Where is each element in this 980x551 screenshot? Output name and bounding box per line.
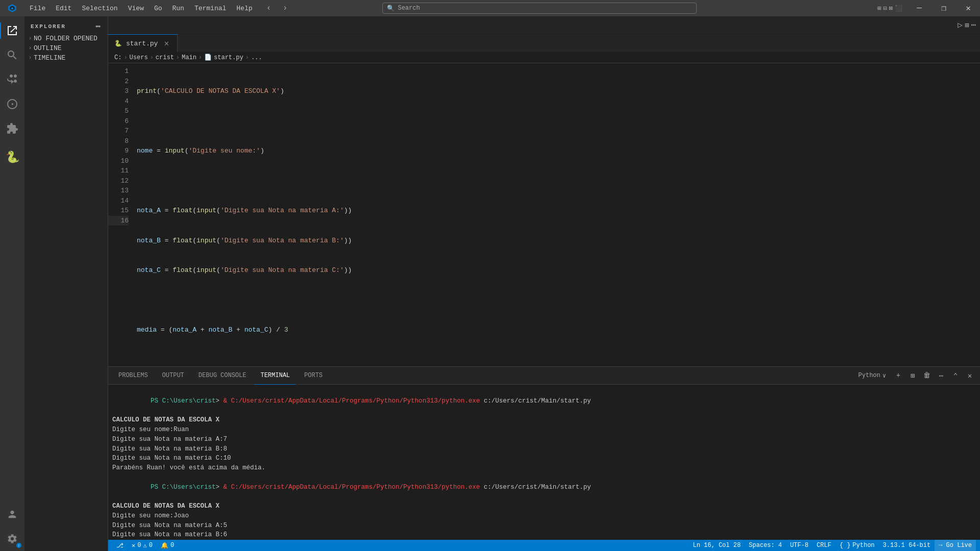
branch-icon: ⎇ [116, 542, 124, 549]
back-button[interactable]: ‹ [262, 1, 276, 15]
breadcrumb-c[interactable]: C: [114, 54, 121, 61]
tab-output[interactable]: OUTPUT [156, 367, 190, 385]
sidebar-outline[interactable]: › OUTLINE [24, 43, 108, 53]
layout-icon-3[interactable]: ⊠ [889, 5, 893, 12]
warning-icon: ⚠ [143, 542, 146, 549]
terminal-line: Digite sua Nota na materia B:8 [112, 444, 976, 454]
source-control-icon[interactable] [0, 67, 24, 92]
menu-edit[interactable]: Edit [51, 0, 77, 16]
status-branch[interactable]: ⎇ [112, 540, 128, 551]
status-python-version[interactable]: 3.13.1 64-bit [879, 540, 935, 551]
extensions-icon[interactable] [0, 116, 24, 141]
sidebar-more-icon[interactable]: ⋯ [95, 21, 102, 32]
add-terminal-button[interactable]: + [892, 369, 904, 382]
code-editor[interactable]: 12345 678910 1112131415 16 print('CALCUL… [108, 63, 980, 366]
tab-start-py[interactable]: 🐍 start.py ✕ [108, 34, 178, 52]
sidebar-no-folder[interactable]: › NO FOLDER OPENED [24, 34, 108, 43]
menu-bar: File Edit Selection View Go Run Terminal… [24, 0, 258, 16]
terminal-line: Digite sua Nota na materia A:5 [112, 521, 976, 531]
search-activity-icon[interactable] [0, 43, 24, 67]
status-language[interactable]: { } Python [836, 540, 879, 551]
terminal-line: PS C:\Users\crist> & C:/Users/crist/AppD… [112, 387, 976, 415]
sidebar-timeline[interactable]: › TIMELINE [24, 53, 108, 63]
breadcrumb-sep: › [246, 54, 249, 61]
menu-file[interactable]: File [24, 0, 51, 16]
more-actions-icon[interactable]: ⋯ [971, 20, 976, 30]
code-content[interactable]: print('CALCULO DE NOTAS DA ESCOLA X') no… [133, 63, 980, 366]
code-line-6: nota_B = float(input('Digite sua Nota na… [133, 236, 980, 246]
split-terminal-button[interactable]: ⊞ [906, 369, 919, 382]
forward-button[interactable]: › [278, 1, 292, 15]
code-line-5: nota_A = float(input('Digite sua Nota na… [133, 206, 980, 216]
menu-selection[interactable]: Selection [77, 0, 122, 16]
code-line-4 [133, 176, 980, 186]
tab-terminal[interactable]: TERMINAL [254, 367, 296, 385]
error-count: 0 [137, 542, 141, 549]
more-panel-icon[interactable]: ⋯ [935, 369, 947, 382]
notification-count: 0 [170, 542, 174, 549]
breadcrumb-users[interactable]: Users [130, 54, 148, 61]
menu-help[interactable]: Help [231, 0, 257, 16]
status-errors[interactable]: ✕ 0 ⚠ 0 [128, 540, 157, 551]
layout-icon-1[interactable]: ⊞ [877, 5, 881, 12]
panel-tabs: PROBLEMS OUTPUT DEBUG CONSOLE TERMINAL P… [108, 367, 980, 385]
status-go-live[interactable]: → Go Live [935, 540, 976, 551]
tab-ports[interactable]: PORTS [298, 367, 329, 385]
breadcrumb-folder-icon: 📄 [204, 54, 212, 61]
editor-toolbar: ▷ ⊞ ⋯ [108, 16, 980, 34]
breadcrumb-crist[interactable]: crist [156, 54, 174, 61]
terminal-line: PS C:\Users\crist> & C:/Users/crist/AppD… [112, 473, 976, 502]
breadcrumb-sep: › [199, 54, 202, 61]
close-button[interactable]: ✕ [957, 0, 980, 16]
indentation-text: Spaces: 4 [749, 542, 782, 549]
tab-debug-console[interactable]: DEBUG CONSOLE [192, 367, 253, 385]
python-version-text: 3.13.1 64-bit [883, 542, 931, 549]
language-icon: { } [840, 542, 851, 549]
status-notification[interactable]: 🔔 0 [157, 540, 178, 551]
panel-toolbar: Python ∨ + ⊞ 🗑 ⋯ ⌃ ✕ [854, 369, 976, 382]
tab-close-button[interactable]: ✕ [162, 39, 171, 48]
terminal-content[interactable]: PS C:\Users\crist> & C:/Users/crist/AppD… [108, 385, 980, 540]
search-bar[interactable]: 🔍 Search [382, 3, 697, 14]
explorer-icon[interactable] [0, 18, 24, 43]
status-eol[interactable]: CRLF [813, 540, 836, 551]
layout-icon-4[interactable]: ⬛ [895, 5, 902, 12]
tab-problems[interactable]: PROBLEMS [112, 367, 154, 385]
menu-go[interactable]: Go [149, 0, 167, 16]
settings-icon[interactable]: ! [0, 527, 24, 551]
python-badge[interactable]: Python ∨ [854, 372, 890, 380]
python-activity-icon[interactable]: 🐍 [0, 145, 24, 169]
terminal-line: CALCULO DE NOTAS DA ESCOLA X [112, 415, 976, 425]
account-icon[interactable] [0, 502, 24, 527]
layout-icon-2[interactable]: ⊟ [884, 5, 887, 12]
kill-terminal-button[interactable]: 🗑 [921, 369, 933, 382]
status-encoding[interactable]: UTF-8 [786, 540, 813, 551]
menu-run[interactable]: Run [167, 0, 189, 16]
menu-view[interactable]: View [123, 0, 149, 16]
panel: PROBLEMS OUTPUT DEBUG CONSOLE TERMINAL P… [108, 366, 980, 540]
terminal-line: CALCULO DE NOTAS DA ESCOLA X [112, 502, 976, 511]
status-bar: ⎇ ✕ 0 ⚠ 0 🔔 0 Ln 16, Col 28 Spaces: 4 [108, 540, 980, 551]
debug-icon[interactable] [0, 92, 24, 116]
breadcrumb-sep: › [124, 54, 127, 61]
breadcrumb-startpy[interactable]: start.py [214, 54, 243, 61]
breadcrumb-main[interactable]: Main [182, 54, 197, 61]
minimize-button[interactable]: — [908, 0, 931, 16]
status-cursor-position[interactable]: Ln 16, Col 28 [689, 540, 745, 551]
terminal-line: Digite sua Nota na materia A:7 [112, 435, 976, 444]
chevron-right-icon: › [29, 55, 32, 61]
code-line-2 [133, 116, 980, 127]
code-line-1: print('CALCULO DE NOTAS DA ESCOLA X') [133, 86, 980, 96]
status-right: Ln 16, Col 28 Spaces: 4 UTF-8 CRLF { } P… [689, 540, 976, 551]
panel-close-button[interactable]: ✕ [964, 369, 976, 382]
encoding-text: UTF-8 [790, 542, 808, 549]
menu-terminal[interactable]: Terminal [189, 0, 231, 16]
split-editor-icon[interactable]: ⊞ [965, 21, 969, 30]
panel-maximize-icon[interactable]: ⌃ [949, 369, 962, 382]
status-indentation[interactable]: Spaces: 4 [745, 540, 786, 551]
sidebar-item-label: NO FOLDER OPENED [34, 35, 97, 42]
maximize-button[interactable]: ❐ [932, 0, 955, 16]
search-placeholder: Search [398, 5, 420, 12]
run-icon[interactable]: ▷ [958, 20, 963, 30]
breadcrumb-ellipsis[interactable]: ... [251, 54, 262, 61]
